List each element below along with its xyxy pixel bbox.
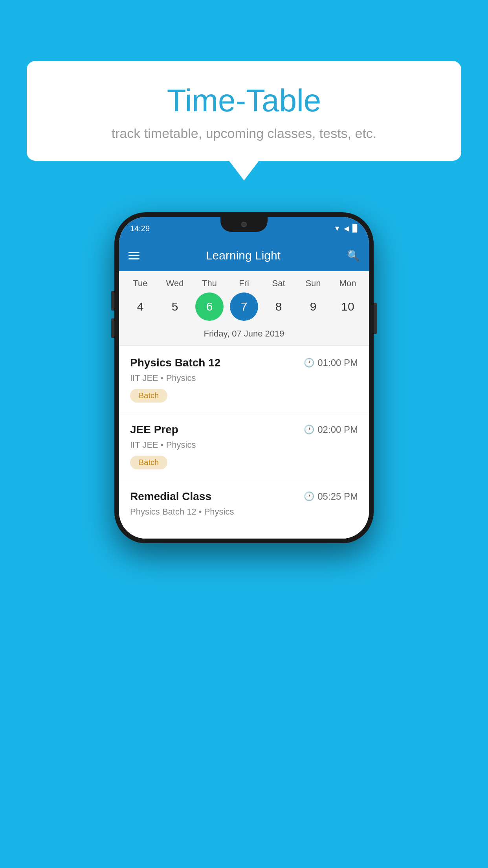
selected-date-label: Friday, 07 June 2019 [119,326,369,346]
day-10[interactable]: 10 [334,292,362,321]
class-name-1: Physics Batch 12 [130,357,220,369]
speech-bubble-arrow [229,161,259,180]
class-subject-1: IIT JEE • Physics [130,373,358,383]
day-6-today[interactable]: 6 [195,292,224,321]
timetable-subtitle: track timetable, upcoming classes, tests… [50,126,438,141]
batch-badge-2: Batch [130,456,167,469]
search-button[interactable]: 🔍 [347,250,360,262]
day-names-row: Tue Wed Thu Fri Sat Sun Mon [119,278,369,289]
status-icons: ▼ ◀ ▉ [334,224,358,233]
clock-icon-1: 🕐 [304,358,314,368]
timetable-title: Time-Table [50,83,438,119]
phone-screen: 14:29 ▼ ◀ ▉ Learning Light 🔍 [119,217,369,539]
class-time-1: 🕐 01:00 PM [304,357,358,368]
phone-notch [220,217,268,232]
day-name-mon: Mon [332,278,363,289]
day-name-sat: Sat [263,278,294,289]
status-bar: 14:29 ▼ ◀ ▉ [119,217,369,240]
camera-dot [241,222,247,227]
class-name-3: Remedial Class [130,490,211,503]
menu-button[interactable] [128,252,139,259]
day-8[interactable]: 8 [264,292,293,321]
day-name-sun: Sun [297,278,329,289]
clock-icon-2: 🕐 [304,425,314,435]
day-name-thu: Thu [194,278,225,289]
app-title: Learning Light [147,249,339,262]
battery-icon: ▉ [352,224,358,233]
volume-down-button [111,318,114,338]
batch-badge-1: Batch [130,389,167,403]
calendar-strip: Tue Wed Thu Fri Sat Sun Mon 4 5 6 7 8 9 … [119,271,369,346]
day-4[interactable]: 4 [126,292,154,321]
hamburger-line-1 [128,252,139,253]
class-item-2-header: JEE Prep 🕐 02:00 PM [130,423,358,436]
phone-outer: 14:29 ▼ ◀ ▉ Learning Light 🔍 [114,212,374,543]
time-value-1: 01:00 PM [317,357,358,368]
class-item-3[interactable]: Remedial Class 🕐 05:25 PM Physics Batch … [119,479,369,539]
time-value-3: 05:25 PM [317,491,358,502]
signal-icon: ◀ [344,224,349,233]
phone-mockup: 14:29 ▼ ◀ ▉ Learning Light 🔍 [114,212,374,543]
day-name-tue: Tue [125,278,156,289]
status-time: 14:29 [130,224,150,233]
class-name-2: JEE Prep [130,423,178,436]
power-button [374,303,377,334]
speech-bubble-container: Time-Table track timetable, upcoming cla… [27,61,461,180]
day-5[interactable]: 5 [161,292,189,321]
class-item-1[interactable]: Physics Batch 12 🕐 01:00 PM IIT JEE • Ph… [119,346,369,412]
day-9[interactable]: 9 [299,292,327,321]
time-value-2: 02:00 PM [317,424,358,435]
class-subject-2: IIT JEE • Physics [130,440,358,450]
class-item-2[interactable]: JEE Prep 🕐 02:00 PM IIT JEE • Physics Ba… [119,412,369,479]
hamburger-line-3 [128,258,139,259]
wifi-icon: ▼ [334,224,341,233]
speech-bubble: Time-Table track timetable, upcoming cla… [27,61,461,161]
clock-icon-3: 🕐 [304,491,314,502]
app-header: Learning Light 🔍 [119,240,369,271]
class-item-3-header: Remedial Class 🕐 05:25 PM [130,490,358,503]
day-name-fri: Fri [228,278,260,289]
day-name-wed: Wed [159,278,191,289]
class-item-1-header: Physics Batch 12 🕐 01:00 PM [130,357,358,369]
class-time-3: 🕐 05:25 PM [304,491,358,502]
class-subject-3: Physics Batch 12 • Physics [130,507,358,517]
class-time-2: 🕐 02:00 PM [304,424,358,435]
volume-up-button [111,291,114,311]
hamburger-line-2 [128,255,139,256]
day-7-selected[interactable]: 7 [230,292,258,321]
day-numbers-row: 4 5 6 7 8 9 10 [119,289,369,326]
class-list: Physics Batch 12 🕐 01:00 PM IIT JEE • Ph… [119,346,369,539]
